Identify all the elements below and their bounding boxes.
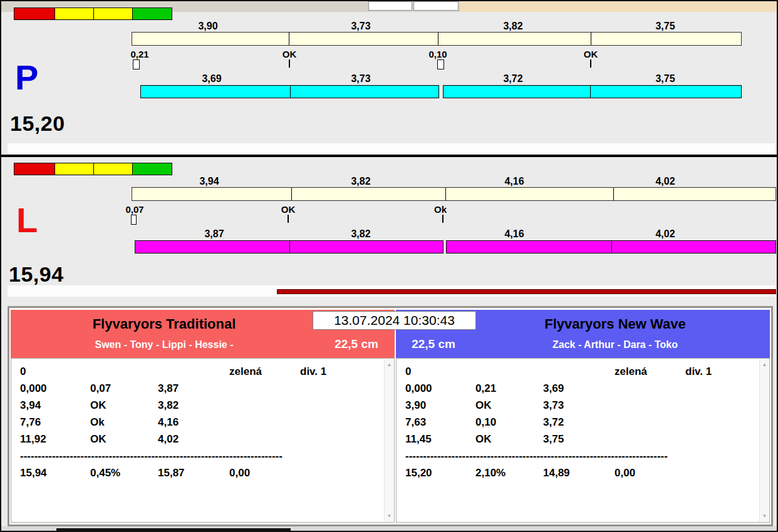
result-cell: 0,10 bbox=[475, 416, 543, 433]
split-time-label: 3,72 bbox=[503, 73, 522, 84]
split-time-label: 3,75 bbox=[655, 21, 675, 32]
result-cell: 0,00 bbox=[229, 467, 300, 484]
result-cell: Ok bbox=[90, 416, 158, 433]
result-cell: div. 1 bbox=[300, 366, 381, 382]
background-window-edge bbox=[460, 1, 777, 12]
split-time-label: 3,73 bbox=[351, 21, 370, 32]
result-cell: 3,72 bbox=[543, 416, 615, 433]
traffic-light-indicator bbox=[14, 8, 172, 20]
results-text-right[interactable]: 0 zelená div. 1 0,000 0,21 3,69 3,90 OK … bbox=[396, 358, 770, 523]
split-time-label: 4,02 bbox=[655, 228, 675, 240]
team-members: Swen - Tony - Lippi - Hessie - bbox=[11, 339, 318, 350]
checkpoint-label: OK bbox=[283, 49, 297, 59]
lap-bar-segment bbox=[443, 85, 742, 98]
result-cell: OK bbox=[475, 433, 543, 450]
scrollbar[interactable]: ▲ ▼ bbox=[384, 359, 393, 521]
result-row: 7,63 0,10 3,72 bbox=[405, 416, 757, 433]
result-cell: 11,92 bbox=[20, 433, 90, 450]
board-size-label: 22,5 cm bbox=[398, 337, 469, 351]
section-divider bbox=[1, 155, 777, 157]
result-cell: 0 bbox=[20, 366, 90, 382]
lane-letter: P bbox=[15, 60, 38, 95]
result-cell: OK bbox=[90, 399, 158, 416]
split-time-label: 4,16 bbox=[504, 176, 524, 187]
result-cell: 4,16 bbox=[158, 416, 229, 433]
result-cell: 3,82 bbox=[158, 399, 229, 416]
result-cell: 7,76 bbox=[20, 416, 90, 433]
result-row: 0,000 0,07 3,87 bbox=[20, 382, 381, 399]
result-cell: 15,87 bbox=[158, 467, 229, 484]
result-cell: 0,00 bbox=[615, 467, 685, 484]
results-text-left[interactable]: 0 zelená div. 1 0,000 0,07 3,87 3,94 OK … bbox=[11, 358, 395, 523]
split-time-label: 3,94 bbox=[199, 176, 219, 187]
result-cell bbox=[90, 366, 158, 382]
indicator-red-segment bbox=[14, 8, 55, 19]
result-cell: 0 bbox=[405, 366, 475, 382]
team-name: Flyvaryors New Wave bbox=[462, 316, 769, 332]
scroll-up-arrow[interactable]: ▲ bbox=[760, 360, 769, 369]
lane-total-time: 15,94 bbox=[9, 262, 64, 287]
result-cell: 11,45 bbox=[405, 433, 475, 450]
traffic-light-indicator bbox=[14, 163, 172, 175]
white-strip bbox=[8, 143, 775, 154]
result-cell: 0,21 bbox=[475, 382, 543, 399]
result-row: 7,76 Ok 4,16 bbox=[20, 416, 381, 433]
lap-bar-segment bbox=[446, 240, 776, 253]
result-cell: 3,87 bbox=[158, 382, 229, 399]
scroll-down-arrow[interactable]: ▼ bbox=[760, 511, 769, 521]
lane-total-time: 15,20 bbox=[10, 111, 65, 136]
indicator-yellow-segment bbox=[55, 163, 94, 175]
summary-row: 15,94 0,45% 15,87 0,00 bbox=[20, 467, 381, 484]
result-cell: 15,94 bbox=[20, 467, 90, 484]
bar-tick bbox=[289, 33, 289, 45]
scroll-up-arrow[interactable]: ▲ bbox=[385, 360, 393, 369]
datetime-display: 13.07.2024 10:30:43 bbox=[313, 311, 476, 330]
app-window: P 3,90 3,73 3,82 3,75 0,21 OK 0,10 OK 3,… bbox=[0, 0, 778, 532]
checkpoint-marker-square bbox=[437, 59, 444, 69]
checkpoint-label: 0,21 bbox=[130, 49, 148, 59]
result-row: 3,94 OK 3,82 bbox=[20, 399, 381, 416]
split-time-label: 3,69 bbox=[202, 73, 221, 84]
split-time-label: 3,75 bbox=[655, 73, 675, 84]
lap-bar-segment bbox=[140, 85, 439, 98]
checkpoint-tick bbox=[289, 59, 290, 68]
bar-tick bbox=[289, 241, 290, 253]
summary-row: 15,20 2,10% 14,89 0,00 bbox=[405, 467, 757, 484]
checkpoint-label: 0,07 bbox=[125, 204, 143, 215]
split-time-label: 3,82 bbox=[351, 228, 370, 240]
result-cell: 15,20 bbox=[405, 467, 475, 484]
split-time-label: 3,73 bbox=[351, 73, 370, 84]
team-members: Zack - Arthur - Dara - Toko bbox=[462, 339, 769, 350]
split-time-label: 3,82 bbox=[351, 176, 370, 187]
result-cell: 0,45% bbox=[90, 467, 158, 484]
bar-tick bbox=[291, 188, 292, 200]
result-cell: zelená bbox=[615, 366, 685, 382]
board-size-label: 22,5 cm bbox=[321, 337, 392, 351]
result-cell: 7,63 bbox=[405, 416, 475, 433]
team-name: Flyvaryors Traditional bbox=[11, 316, 318, 332]
checkpoint-tick bbox=[590, 59, 591, 68]
result-cell: 3,69 bbox=[543, 382, 615, 399]
bar-tick bbox=[445, 188, 446, 200]
scroll-down-arrow[interactable]: ▼ bbox=[385, 511, 393, 521]
result-cell: 3,90 bbox=[405, 399, 475, 416]
result-row: 0 zelená div. 1 bbox=[405, 366, 757, 382]
scrollbar[interactable]: ▲ ▼ bbox=[759, 359, 769, 521]
checkpoint-marker-square bbox=[131, 215, 137, 225]
result-row: 3,90 OK 3,73 bbox=[405, 399, 757, 416]
lane-letter: L bbox=[16, 203, 38, 238]
result-cell: 2,10% bbox=[475, 467, 543, 484]
checkpoint-label: OK bbox=[584, 49, 598, 59]
bar-tick bbox=[611, 241, 612, 253]
result-cell: 4,02 bbox=[158, 433, 229, 450]
separator-row: ----------------------------------------… bbox=[405, 450, 756, 467]
total-time-bar bbox=[132, 187, 776, 201]
results-panel: Flyvaryors Traditional Swen - Tony - Lip… bbox=[8, 306, 773, 526]
checkpoint-tick bbox=[288, 215, 289, 223]
result-cell bbox=[543, 366, 615, 382]
result-row: 11,45 OK 3,75 bbox=[405, 433, 757, 450]
result-cell: 0,000 bbox=[20, 382, 90, 399]
checkpoint-label: Ok bbox=[434, 204, 447, 215]
bar-tick bbox=[591, 33, 591, 45]
result-cell: 14,89 bbox=[543, 467, 615, 484]
